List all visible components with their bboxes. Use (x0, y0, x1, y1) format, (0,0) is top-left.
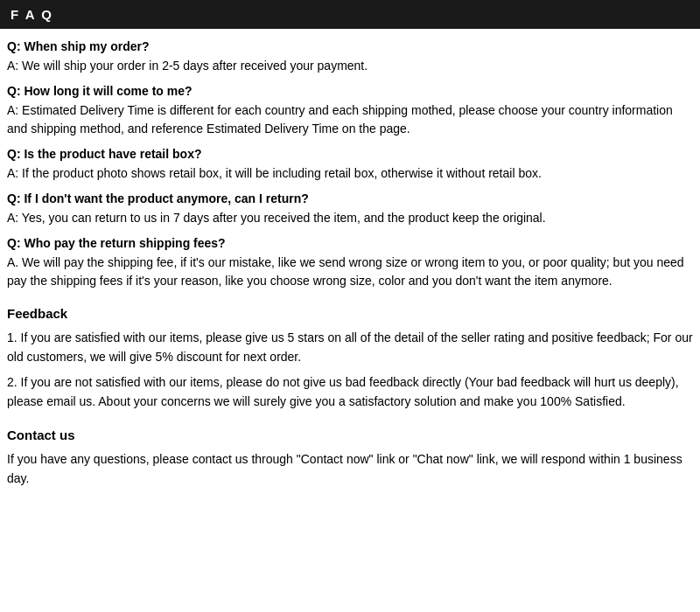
contact-text: If you have any questions, please contac… (7, 449, 693, 489)
question-5: Q: Who pay the return shipping fees? (7, 236, 693, 250)
answer-5: A. We will pay the shipping fee, if it's… (7, 254, 693, 290)
question-4: Q: If I don't want the product anymore, … (7, 191, 693, 205)
faq-section: Q: When ship my order? A: We will ship y… (7, 39, 693, 290)
qa-item-4: Q: If I don't want the product anymore, … (7, 191, 693, 227)
qa-item-5: Q: Who pay the return shipping fees? A. … (7, 236, 693, 290)
qa-item-1: Q: When ship my order? A: We will ship y… (7, 39, 693, 75)
contact-section: Contact us If you have any questions, pl… (7, 428, 693, 489)
answer-2: A: Estimated Delivery Time is different … (7, 101, 693, 138)
contact-title: Contact us (7, 428, 693, 442)
question-2: Q: How long it will come to me? (7, 84, 693, 98)
answer-1: A: We will ship your order in 2-5 days a… (7, 57, 693, 75)
question-3: Q: Is the product have retail box? (7, 147, 693, 161)
feedback-item-1: 1. If you are satisfied with our items, … (7, 328, 693, 367)
qa-item-3: Q: Is the product have retail box? A: If… (7, 147, 693, 183)
content-area: Q: When ship my order? A: We will ship y… (0, 39, 700, 488)
faq-title: F A Q (10, 7, 53, 22)
answer-4: A: Yes, you can return to us in 7 days a… (7, 209, 693, 227)
answer-3: A: If the product photo shows retail box… (7, 164, 693, 183)
qa-item-2: Q: How long it will come to me? A: Estim… (7, 84, 693, 138)
feedback-section: Feedback 1. If you are satisfied with ou… (7, 306, 693, 412)
faq-header: F A Q (0, 0, 700, 29)
question-1: Q: When ship my order? (7, 39, 693, 53)
feedback-title: Feedback (7, 306, 693, 321)
feedback-item-2: 2. If you are not satisfied with our ite… (7, 372, 693, 412)
